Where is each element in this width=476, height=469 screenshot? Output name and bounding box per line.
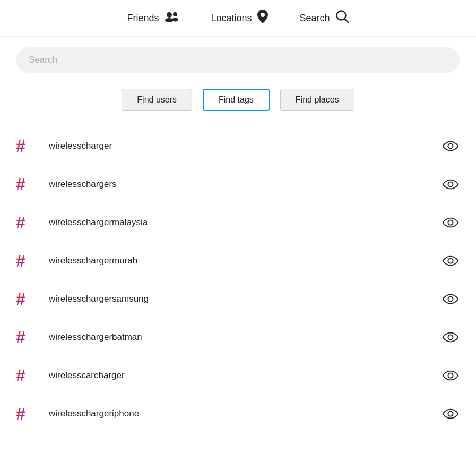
svg-point-0 xyxy=(167,12,172,18)
nav-friends[interactable]: Friends xyxy=(127,11,179,25)
svg-point-8 xyxy=(448,182,453,186)
find-tags-button[interactable]: Find tags xyxy=(203,89,270,111)
location-icon xyxy=(257,10,268,27)
results-list: # wirelesscharger # wirelesschargers xyxy=(0,122,476,438)
friends-icon xyxy=(164,11,179,25)
eye-icon[interactable] xyxy=(441,289,460,309)
svg-point-13 xyxy=(448,373,453,378)
hash-icon: # xyxy=(16,402,39,425)
eye-icon[interactable] xyxy=(441,328,460,347)
eye-icon[interactable] xyxy=(441,251,460,270)
hash-icon: # xyxy=(16,364,39,387)
eye-icon[interactable] xyxy=(441,175,460,194)
svg-point-4 xyxy=(261,13,265,17)
svg-point-3 xyxy=(172,18,178,22)
tag-label: wirelesschargers xyxy=(49,179,441,190)
hash-icon: # xyxy=(16,134,39,158)
search-label: Search xyxy=(300,13,330,24)
eye-icon[interactable] xyxy=(441,213,460,232)
list-item[interactable]: # wirelesschargersamsung xyxy=(0,280,476,318)
svg-point-2 xyxy=(173,12,177,16)
nav-locations[interactable]: Locations xyxy=(211,10,267,27)
search-container: wireless charger xyxy=(0,37,476,83)
hash-icon: # xyxy=(16,249,39,272)
list-item[interactable]: # wirelesschargermalaysia xyxy=(0,203,476,242)
svg-line-6 xyxy=(344,19,348,23)
search-input[interactable]: wireless charger xyxy=(16,47,460,73)
tag-label: wirelesschargersamsung xyxy=(49,294,441,304)
list-item[interactable]: # wirelesschargermurah xyxy=(0,242,476,280)
list-item[interactable]: # wirelesschargers xyxy=(0,165,476,203)
list-item[interactable]: # wirelesschargerbatman xyxy=(0,318,476,356)
list-item[interactable]: # wirelesscharger xyxy=(0,127,476,165)
eye-icon[interactable] xyxy=(441,366,460,385)
svg-point-11 xyxy=(448,296,453,301)
svg-point-10 xyxy=(448,258,453,263)
svg-point-9 xyxy=(448,220,453,225)
svg-point-14 xyxy=(448,411,453,416)
top-nav: Friends Locations Search xyxy=(0,0,476,37)
svg-point-12 xyxy=(448,335,453,339)
tag-label: wirelesschargeriphone xyxy=(49,408,441,419)
hash-icon: # xyxy=(16,173,39,196)
hash-icon: # xyxy=(16,287,39,311)
tag-label: wirelesschargermurah xyxy=(49,255,441,266)
search-icon xyxy=(335,10,349,27)
nav-search[interactable]: Search xyxy=(300,10,349,27)
hash-icon: # xyxy=(16,326,39,349)
tag-label: wirelesschargermalaysia xyxy=(49,217,441,228)
tag-label: wirelesscharger xyxy=(49,141,441,151)
tag-label: wirelesschargerbatman xyxy=(49,332,441,343)
eye-icon[interactable] xyxy=(441,137,460,156)
list-item[interactable]: # wirelesschargeriphone xyxy=(0,395,476,433)
eye-icon[interactable] xyxy=(441,404,460,423)
find-places-button[interactable]: Find places xyxy=(280,89,354,111)
find-users-button[interactable]: Find users xyxy=(122,89,192,111)
hash-icon: # xyxy=(16,211,39,234)
svg-point-7 xyxy=(448,143,453,148)
list-item[interactable]: # wirelesscarcharger xyxy=(0,356,476,395)
friends-label: Friends xyxy=(127,13,159,24)
tag-label: wirelesscarcharger xyxy=(49,370,441,381)
locations-label: Locations xyxy=(211,13,252,24)
filter-buttons: Find users Find tags Find places xyxy=(0,83,476,122)
